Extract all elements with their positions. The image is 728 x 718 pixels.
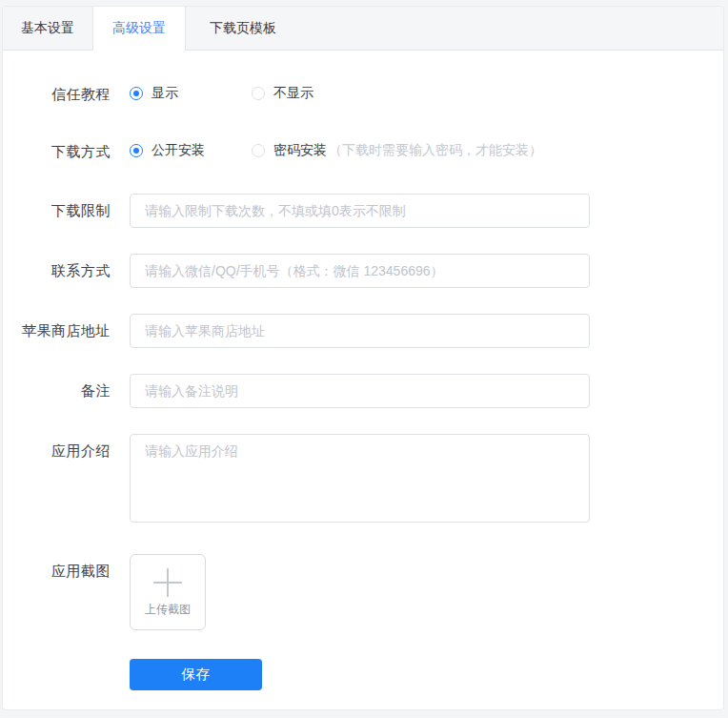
form-row-appstore-url: 苹果商店地址 <box>3 314 723 348</box>
advanced-settings-form: 信任教程 显示 不显示 下载方式 公开安装 <box>3 51 723 690</box>
save-button[interactable]: 保存 <box>130 659 262 690</box>
contact-input[interactable] <box>130 254 590 288</box>
remark-input[interactable] <box>130 374 590 408</box>
password-install-hint: （下载时需要输入密码，才能安装） <box>329 142 542 159</box>
tab-advanced-settings[interactable]: 高级设置 <box>92 7 186 51</box>
radio-show-label: 显示 <box>152 85 178 102</box>
trust-tutorial-radio-group: 显示 不显示 <box>130 85 313 102</box>
radio-password-install-label: 密码安装 <box>273 142 327 159</box>
radio-unselected-icon <box>252 144 265 157</box>
radio-show[interactable]: 显示 <box>130 85 252 102</box>
form-row-download-limit: 下载限制 <box>3 194 723 228</box>
form-row-app-intro: 应用介绍 <box>3 434 723 523</box>
form-row-remark: 备注 <box>3 374 723 408</box>
form-row-contact: 联系方式 <box>3 254 723 288</box>
radio-hide-label: 不显示 <box>273 85 313 102</box>
form-row-trust-tutorial: 信任教程 显示 不显示 <box>3 85 723 104</box>
tab-bar: 基本设置 高级设置 下载页模板 <box>3 7 723 51</box>
trust-tutorial-label: 信任教程 <box>3 85 111 104</box>
upload-screenshot-button[interactable]: 上传截图 <box>130 554 206 630</box>
download-method-radio-group: 公开安装 密码安装 （下载时需要输入密码，才能安装） <box>130 142 542 159</box>
plus-icon <box>153 568 182 597</box>
download-method-label: 下载方式 <box>3 142 111 161</box>
radio-hide[interactable]: 不显示 <box>252 85 313 102</box>
radio-public-install-label: 公开安装 <box>152 142 205 159</box>
app-intro-textarea[interactable] <box>130 434 590 523</box>
remark-label: 备注 <box>3 374 111 400</box>
settings-card: 基本设置 高级设置 下载页模板 信任教程 显示 不显示 下载方式 <box>2 6 724 710</box>
contact-label: 联系方式 <box>3 254 111 280</box>
radio-password-install[interactable]: 密码安装 <box>252 142 327 159</box>
screenshot-label: 应用截图 <box>3 554 111 581</box>
appstore-url-input[interactable] <box>130 314 590 348</box>
radio-unselected-icon <box>252 87 265 100</box>
tab-basic-settings[interactable]: 基本设置 <box>3 7 92 50</box>
form-row-save: 保存 <box>3 659 723 690</box>
radio-public-install[interactable]: 公开安装 <box>130 142 252 159</box>
app-intro-label: 应用介绍 <box>3 434 111 461</box>
download-limit-label: 下载限制 <box>3 194 111 220</box>
tab-download-page-template[interactable]: 下载页模板 <box>186 7 300 50</box>
radio-selected-icon <box>130 87 143 100</box>
form-row-screenshot: 应用截图 上传截图 <box>3 554 723 630</box>
download-limit-input[interactable] <box>130 194 590 228</box>
appstore-url-label: 苹果商店地址 <box>3 314 111 340</box>
form-row-download-method: 下载方式 公开安装 密码安装 （下载时需要输入密码，才能安装） <box>3 142 723 161</box>
upload-screenshot-text: 上传截图 <box>145 602 191 618</box>
radio-selected-icon <box>130 144 143 157</box>
